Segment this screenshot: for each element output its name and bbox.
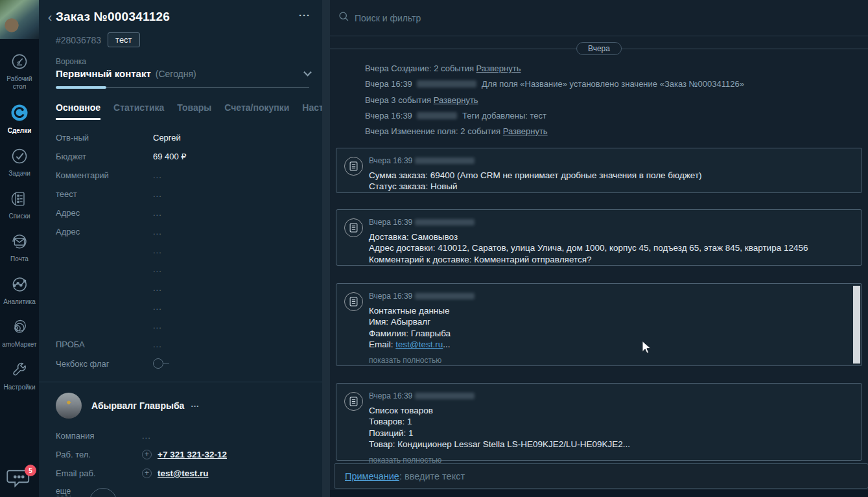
panel-divider[interactable] <box>322 0 330 497</box>
sidebar-item-settings[interactable]: Настройки <box>0 355 39 398</box>
amocrm-logo-icon <box>10 103 29 127</box>
show-more-fields-link[interactable]: еще <box>56 487 71 496</box>
note-icon <box>344 392 363 411</box>
support-chat-button[interactable]: 5 <box>6 467 35 493</box>
note-text-line: Позиций: 1 <box>369 428 850 439</box>
note-input-placeholder: : введите текст <box>399 471 465 481</box>
app-sidebar: Рабочий стол Сделки Задачи <box>0 0 39 497</box>
sidebar-item-label: amoМаркет <box>2 341 36 349</box>
note-timestamp: Вчера 16:39 <box>369 156 850 167</box>
sidebar-item-label: Рабочий стол <box>0 75 39 91</box>
sidebar-item-lists[interactable]: Списки <box>0 184 39 227</box>
add-email-icon[interactable]: + <box>142 468 152 478</box>
field-row[interactable]: ... <box>39 279 322 297</box>
note-email-link[interactable]: test@test.ru <box>395 340 443 349</box>
timeline-event: Вчера Изменение поля: 2 события Разверну… <box>365 124 855 139</box>
deal-subheader: #28036783 тест <box>56 32 322 47</box>
linked-contact-section: Абырвалг Главрыба ··· Компания ... Раб. … <box>39 382 322 496</box>
note-card-order-sum[interactable]: Вчера 16:39 Сумма заказа: 69400 (Amo CRM… <box>336 148 862 193</box>
note-text-line: Контактные данные <box>369 305 842 317</box>
search-icon <box>338 11 355 25</box>
note-text-line: Доставка: Самовывоз <box>369 231 850 243</box>
timeline-panel: Вчера Вчера Создание: 2 события Разверну… <box>330 0 868 497</box>
tab-main[interactable]: Основное <box>56 102 100 120</box>
field-row[interactable]: Адрес ... <box>39 203 322 222</box>
chevron-down-icon <box>303 68 312 76</box>
search-input[interactable] <box>355 13 614 23</box>
contact-menu-button[interactable]: ··· <box>191 401 199 411</box>
tab-setup[interactable]: Настроить <box>302 102 322 120</box>
redacted-author <box>417 80 476 87</box>
tab-products[interactable]: Товары <box>177 102 211 120</box>
contact-phone-row: Раб. тел. + +7 321 321-32-12 <box>56 445 311 464</box>
redacted-author <box>415 219 475 225</box>
contact-email-row: Email раб. + test@test.ru <box>56 464 311 483</box>
note-icon <box>344 292 363 311</box>
field-row[interactable]: ... <box>39 297 322 316</box>
sidebar-item-mail[interactable]: Почта <box>0 227 39 270</box>
tab-invoices[interactable]: Счета/покупки <box>224 102 289 120</box>
sidebar-item-label: Почта <box>10 255 29 263</box>
note-type-selector[interactable]: Примечание <box>345 471 399 481</box>
note-card-delivery[interactable]: Вчера 16:39 Доставка: Самовывоз Адрес до… <box>336 209 862 266</box>
contact-phone-link[interactable]: +7 321 321-32-12 <box>158 450 227 459</box>
field-row[interactable]: ... <box>39 316 322 335</box>
field-row[interactable]: ... <box>39 260 322 279</box>
day-pill[interactable]: Вчера <box>576 42 622 55</box>
expand-link[interactable]: Развернуть <box>503 126 548 136</box>
field-row[interactable]: Бюджет 69 400 ₽ <box>39 147 322 166</box>
pipeline-label: Воронка <box>56 57 322 66</box>
note-card-products[interactable]: Вчера 16:39 Список товаров Товаров: 1 По… <box>336 383 862 461</box>
field-row[interactable]: ПРОБА ... <box>39 335 322 354</box>
back-button[interactable]: ‹ <box>44 10 56 24</box>
timeline-event: Вчера 16:39 Для поля «Название» установл… <box>365 76 855 92</box>
field-row[interactable]: Комментарий ... <box>39 166 322 185</box>
note-text-line: Фамилия: Главрыба <box>369 328 842 340</box>
deal-id: #28036783 <box>56 35 101 45</box>
deal-tabs: Основное Статистика Товары Счета/покупки… <box>56 102 311 120</box>
note-text-line: Список товаров <box>369 405 850 417</box>
contact-header: Абырвалг Главрыба ··· <box>56 393 311 419</box>
field-row[interactable]: Адрес ... <box>39 222 322 241</box>
sidebar-nav: Рабочий стол Сделки Задачи <box>0 39 39 398</box>
deal-tag[interactable]: тест <box>108 32 140 47</box>
user-avatar[interactable] <box>0 0 39 39</box>
note-text-line: Товаров: 1 <box>369 416 850 428</box>
analytics-icon <box>10 275 29 298</box>
checkbox-flag-toggle[interactable] <box>153 358 169 369</box>
note-text-line: Товар: Кондиционер Lessar Stella LS-HE09… <box>369 439 850 450</box>
stage-progress-bar[interactable] <box>56 86 309 89</box>
deal-menu-button[interactable]: ··· <box>299 10 311 21</box>
sidebar-item-label: Задачи <box>8 170 30 178</box>
note-scrollbar[interactable] <box>853 286 860 364</box>
stage-selector[interactable]: Первичный контакт (Сегодня) <box>56 68 311 79</box>
tab-statistics[interactable]: Статистика <box>113 102 164 120</box>
wrench-icon <box>10 361 29 384</box>
contact-company-row[interactable]: Компания ... <box>56 426 311 445</box>
field-row[interactable]: Отв-ный Сергей <box>39 128 322 147</box>
sidebar-item-tasks[interactable]: Задачи <box>0 141 39 184</box>
mail-icon <box>10 233 29 255</box>
chat-unread-badge: 5 <box>25 465 36 476</box>
show-full-note-link[interactable]: показать полностью <box>369 355 842 367</box>
contact-avatar[interactable] <box>56 393 82 419</box>
expand-link[interactable]: Развернуть <box>476 64 521 73</box>
market-icon <box>10 318 29 341</box>
sidebar-item-deals[interactable]: Сделки <box>0 97 39 141</box>
field-row[interactable]: ... <box>39 241 322 260</box>
add-phone-icon[interactable]: + <box>142 450 152 459</box>
sidebar-item-analytics[interactable]: Аналитика <box>0 270 39 312</box>
contact-email-link[interactable]: test@test.ru <box>158 468 208 478</box>
note-text-line: Статус заказа: Новый <box>369 181 850 192</box>
note-card-contact-data[interactable]: Вчера 16:39 Контактные данные Имя: Абырв… <box>336 283 862 366</box>
field-row[interactable]: теест ... <box>39 185 322 203</box>
contact-name[interactable]: Абырвалг Главрыба <box>91 400 184 411</box>
sidebar-item-amomarket[interactable]: amoМаркет <box>0 312 39 355</box>
feed-bottom-strip <box>330 490 868 497</box>
note-input[interactable]: Примечание : введите текст <box>334 463 868 489</box>
timeline-event: Вчера Создание: 2 события Развернуть <box>365 61 855 76</box>
sidebar-item-desktop[interactable]: Рабочий стол <box>0 47 39 97</box>
expand-link[interactable]: Развернуть <box>434 95 478 105</box>
redacted-author <box>415 393 475 399</box>
redacted-author <box>415 157 475 164</box>
